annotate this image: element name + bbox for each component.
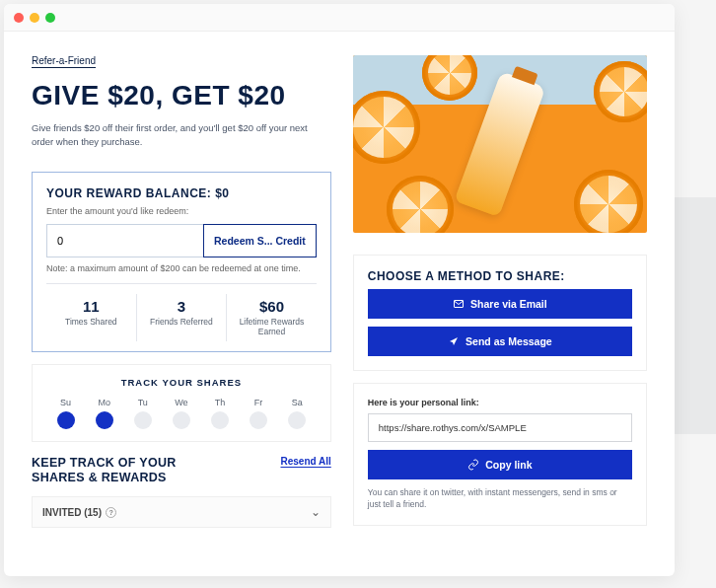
keep-track-title-line2: SHARES & REWARDS xyxy=(32,471,167,484)
stats-row: 11 Times Shared 3 Friends Referred $60 L… xyxy=(46,283,317,341)
day-label: We xyxy=(162,398,200,407)
personal-link-label: Here is your personal link: xyxy=(368,398,632,407)
day-label: Su xyxy=(46,398,85,407)
track-shares-panel: TRACK YOUR SHARES Su Mo Tu We Th Fr Sa xyxy=(32,364,331,442)
stat-lifetime-rewards: $60 Lifetime Rewards Earned xyxy=(226,294,317,341)
maximize-icon[interactable] xyxy=(45,13,55,23)
messenger-icon xyxy=(448,335,460,347)
keep-track-title-line1: KEEP TRACK OF YOUR xyxy=(32,456,177,470)
copy-link-button[interactable]: Copy link xyxy=(368,450,632,479)
hero-image xyxy=(353,55,647,233)
button-label: Send as Message xyxy=(465,335,552,347)
day-label: Sa xyxy=(278,398,317,407)
stat-value: $60 xyxy=(233,298,311,315)
share-method-panel: CHOOSE A METHOD TO SHARE: Share via Emai… xyxy=(353,255,647,371)
personal-link-input[interactable]: https://share.rothys.com/x/SAMPLE xyxy=(368,413,632,442)
day-sa[interactable]: Sa xyxy=(278,398,317,429)
breadcrumb[interactable]: Refer-a-Friend xyxy=(32,55,331,66)
redeem-credit-button[interactable]: Redeem S... Credit xyxy=(203,224,317,257)
app-window: Refer-a-Friend GIVE $20, GET $20 Give fr… xyxy=(4,4,675,576)
day-th[interactable]: Th xyxy=(200,398,239,429)
redeem-row: Redeem S... Credit xyxy=(46,224,317,257)
share-hint-text: You can share it on twitter, with instan… xyxy=(368,487,632,511)
email-icon xyxy=(453,298,465,310)
day-dot xyxy=(57,411,75,429)
right-column: CHOOSE A METHOD TO SHARE: Share via Emai… xyxy=(353,55,647,576)
invited-label-wrap: INVITED (15) ? xyxy=(42,507,116,518)
redeem-note: Note: a maximum amount of $200 can be re… xyxy=(46,263,317,273)
day-dot xyxy=(134,411,152,429)
stat-label: Times Shared xyxy=(52,317,130,328)
subcopy: Give friends $20 off their first order, … xyxy=(32,121,308,150)
day-mo[interactable]: Mo xyxy=(85,398,123,429)
reward-balance-panel: YOUR REWARD BALANCE: $0 Enter the amount… xyxy=(32,172,331,352)
stat-friends-referred: 3 Friends Referred xyxy=(136,294,227,341)
day-su[interactable]: Su xyxy=(46,398,85,429)
headline: GIVE $20, GET $20 xyxy=(32,80,331,111)
stat-value: 11 xyxy=(52,298,130,315)
invited-label: INVITED (15) xyxy=(42,507,102,518)
day-dot xyxy=(173,411,190,429)
info-icon[interactable]: ? xyxy=(106,507,116,518)
day-we[interactable]: We xyxy=(162,398,200,429)
day-dot xyxy=(211,411,229,429)
day-label: Fr xyxy=(240,398,278,407)
invited-accordion[interactable]: INVITED (15) ? ⌄ xyxy=(32,496,331,528)
button-label: Copy link xyxy=(485,459,532,471)
resend-all-link[interactable]: Resend All xyxy=(280,456,330,467)
reward-balance-title: YOUR REWARD BALANCE: $0 xyxy=(46,186,317,200)
chevron-down-icon: ⌄ xyxy=(311,505,321,519)
track-title: TRACK YOUR SHARES xyxy=(46,377,317,388)
stat-label: Friends Referred xyxy=(143,317,221,328)
send-as-message-button[interactable]: Send as Message xyxy=(368,327,632,356)
day-dot xyxy=(96,411,113,429)
main-content: Refer-a-Friend GIVE $20, GET $20 Give fr… xyxy=(4,32,675,576)
day-dot xyxy=(250,411,267,429)
window-titlebar xyxy=(4,4,675,32)
button-label: Share via Email xyxy=(470,298,547,310)
redeem-amount-label: Enter the amount you'd like redeem: xyxy=(46,206,317,216)
keep-track-title: KEEP TRACK OF YOUR SHARES & REWARDS xyxy=(32,456,177,486)
minimize-icon[interactable] xyxy=(30,13,39,23)
days-row: Su Mo Tu We Th Fr Sa xyxy=(46,398,317,429)
day-label: Tu xyxy=(123,398,162,407)
share-via-email-button[interactable]: Share via Email xyxy=(368,289,632,319)
day-label: Mo xyxy=(85,398,123,407)
close-icon[interactable] xyxy=(14,13,24,23)
day-tu[interactable]: Tu xyxy=(123,398,162,429)
link-icon xyxy=(467,459,479,471)
stat-times-shared: 11 Times Shared xyxy=(46,294,136,341)
stat-label: Lifetime Rewards Earned xyxy=(233,317,311,337)
redeem-amount-input[interactable] xyxy=(46,224,204,257)
day-label: Th xyxy=(200,398,239,407)
left-column: Refer-a-Friend GIVE $20, GET $20 Give fr… xyxy=(32,55,331,576)
stat-value: 3 xyxy=(143,298,221,315)
personal-link-panel: Here is your personal link: https://shar… xyxy=(353,383,647,526)
day-fr[interactable]: Fr xyxy=(240,398,278,429)
share-method-title: CHOOSE A METHOD TO SHARE: xyxy=(368,269,632,283)
keep-track-header: KEEP TRACK OF YOUR SHARES & REWARDS Rese… xyxy=(32,456,331,486)
day-dot xyxy=(288,411,306,429)
